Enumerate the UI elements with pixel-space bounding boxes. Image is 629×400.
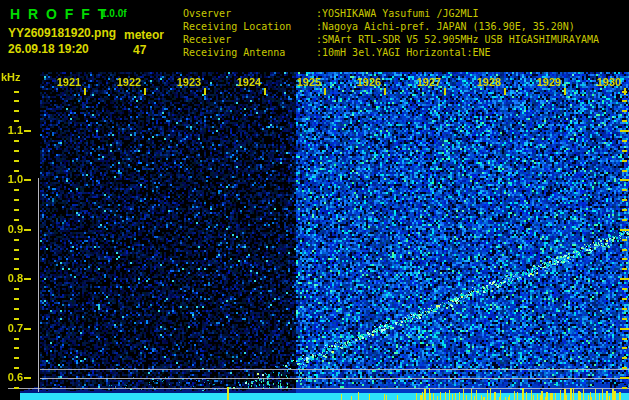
x-axis-tick bbox=[384, 88, 386, 95]
y-axis-minor-tick bbox=[14, 387, 19, 389]
x-axis-tick bbox=[84, 88, 86, 95]
y-axis-minor-tick-right bbox=[622, 357, 627, 359]
y-axis-major-tick-right bbox=[620, 179, 629, 181]
station-info: Ovserver:YOSHIKAWA Yasufumi /JG2MLIRecei… bbox=[183, 7, 599, 59]
y-axis-major-tick bbox=[24, 278, 31, 280]
y-axis-major-tick bbox=[24, 377, 31, 379]
y-axis-minor-tick-right bbox=[622, 258, 627, 260]
y-axis-minor-tick bbox=[14, 367, 19, 369]
y-axis-minor-tick bbox=[14, 170, 19, 172]
y-axis-minor-tick bbox=[14, 160, 19, 162]
y-axis-minor-tick-right bbox=[622, 170, 627, 172]
x-axis-tick bbox=[204, 88, 206, 95]
info-value: :10mH 3el.YAGI Horizontal:ENE bbox=[316, 46, 491, 59]
x-axis-tick bbox=[144, 88, 146, 95]
y-axis-label: 0.9 bbox=[2, 223, 23, 235]
x-axis-label: 1926 bbox=[349, 76, 389, 88]
info-label: Receiver bbox=[183, 33, 316, 46]
x-axis-tick bbox=[624, 88, 626, 95]
x-axis-label: 1928 bbox=[469, 76, 509, 88]
y-axis-minor-tick-right bbox=[622, 318, 627, 320]
x-axis-tick bbox=[564, 88, 566, 95]
y-axis-minor-tick bbox=[14, 219, 19, 221]
info-value: :Nagoya Aichi-pref. JAPAN (136.90E, 35.2… bbox=[316, 20, 575, 33]
y-axis-major-tick-right bbox=[620, 377, 629, 379]
y-axis-minor-tick-right bbox=[622, 239, 627, 241]
y-axis-minor-tick bbox=[14, 298, 19, 300]
station-info-row: Receiving Location:Nagoya Aichi-pref. JA… bbox=[183, 20, 599, 33]
y-axis-minor-tick-right bbox=[622, 160, 627, 162]
output-filename: YY2609181920.png bbox=[8, 26, 116, 40]
station-info-row: Receiver:SMArt RTL-SDR V5 52.905MHz USB … bbox=[183, 33, 599, 46]
x-axis-tick bbox=[324, 88, 326, 95]
info-label: Receiving Location bbox=[183, 20, 316, 33]
y-axis-minor-tick bbox=[14, 308, 19, 310]
y-axis-minor-tick bbox=[14, 189, 19, 191]
y-axis-unit: kHz bbox=[1, 71, 21, 83]
y-axis-minor-tick-right bbox=[622, 209, 627, 211]
y-axis-major-tick bbox=[24, 328, 31, 330]
y-axis-major-tick bbox=[24, 229, 31, 231]
info-value: :SMArt RTL-SDR V5 52.905MHz USB HIGASHIM… bbox=[316, 33, 599, 46]
y-axis-minor-tick-right bbox=[622, 189, 627, 191]
y-axis-minor-tick bbox=[14, 249, 19, 251]
x-axis-label: 1921 bbox=[49, 76, 89, 88]
station-info-row: Ovserver:YOSHIKAWA Yasufumi /JG2MLI bbox=[183, 7, 599, 20]
x-axis-tick bbox=[504, 88, 506, 95]
y-axis-label: 0.6 bbox=[2, 371, 23, 383]
spectrogram-canvas bbox=[8, 72, 629, 400]
y-axis-minor-tick-right bbox=[622, 347, 627, 349]
y-axis-minor-tick-right bbox=[622, 140, 627, 142]
y-axis-minor-tick-right bbox=[622, 338, 627, 340]
y-axis-minor-tick bbox=[14, 318, 19, 320]
app-title: H R O F F T bbox=[10, 6, 108, 22]
x-axis-label: 1925 bbox=[289, 76, 329, 88]
y-axis-minor-tick bbox=[14, 140, 19, 142]
info-label: Ovserver bbox=[183, 7, 316, 20]
x-axis-label: 1929 bbox=[529, 76, 569, 88]
app-version: 1.0.0f bbox=[101, 8, 127, 19]
y-axis-minor-tick bbox=[14, 288, 19, 290]
y-axis-minor-tick-right bbox=[622, 298, 627, 300]
y-axis-minor-tick-right bbox=[622, 199, 627, 201]
x-axis-label: 1927 bbox=[409, 76, 449, 88]
y-axis-minor-tick bbox=[14, 268, 19, 270]
y-axis-label: 1.1 bbox=[2, 124, 23, 136]
y-axis-minor-tick bbox=[14, 150, 19, 152]
y-axis-minor-tick-right bbox=[622, 387, 627, 389]
x-axis-label: 1924 bbox=[229, 76, 269, 88]
y-axis-minor-tick-right bbox=[622, 268, 627, 270]
y-axis-minor-tick-right bbox=[622, 308, 627, 310]
y-axis-minor-tick-right bbox=[622, 219, 627, 221]
plot-left-border bbox=[38, 178, 39, 392]
y-axis-minor-tick-right bbox=[622, 367, 627, 369]
y-axis-minor-tick bbox=[14, 239, 19, 241]
info-value: :YOSHIKAWA Yasufumi /JG2MLI bbox=[316, 7, 479, 20]
x-axis-label: 1923 bbox=[169, 76, 209, 88]
x-axis-label: 1922 bbox=[109, 76, 149, 88]
y-axis-minor-tick bbox=[14, 110, 19, 112]
y-axis-minor-tick bbox=[14, 347, 19, 349]
y-axis-major-tick-right bbox=[620, 229, 629, 231]
y-axis-label: 0.7 bbox=[2, 322, 23, 334]
y-axis-label: 1.0 bbox=[2, 173, 23, 185]
y-axis-minor-tick bbox=[14, 338, 19, 340]
y-axis-minor-tick bbox=[14, 209, 19, 211]
y-axis-major-tick bbox=[24, 130, 31, 132]
y-axis-minor-tick-right bbox=[622, 110, 627, 112]
station-info-row: Receiving Antenna:10mH 3el.YAGI Horizont… bbox=[183, 46, 599, 59]
y-axis-label: 0.8 bbox=[2, 272, 23, 284]
y-axis-major-tick-right bbox=[620, 328, 629, 330]
y-axis-minor-tick bbox=[14, 258, 19, 260]
y-axis-major-tick-right bbox=[620, 130, 629, 132]
y-axis-minor-tick-right bbox=[622, 288, 627, 290]
y-axis-minor-tick bbox=[14, 100, 19, 102]
y-axis-minor-tick-right bbox=[622, 100, 627, 102]
y-axis-minor-tick-right bbox=[622, 120, 627, 122]
y-axis-major-tick-right bbox=[620, 278, 629, 280]
y-axis-minor-tick bbox=[14, 120, 19, 122]
y-axis-minor-tick bbox=[14, 199, 19, 201]
y-axis-minor-tick bbox=[14, 357, 19, 359]
observation-datetime: 26.09.18 19:20 bbox=[8, 42, 89, 56]
hrofft-window: H R O F F T 1.0.0f YY2609181920.png mete… bbox=[0, 0, 629, 400]
